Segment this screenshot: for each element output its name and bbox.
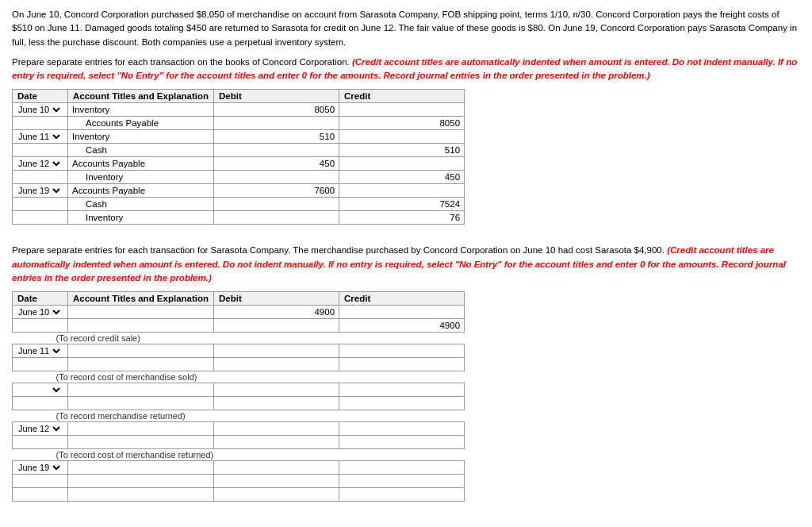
- date-select[interactable]: June 12June 10June 11June 19: [15, 158, 63, 169]
- debit-cell[interactable]: [214, 358, 339, 371]
- account-cell[interactable]: [68, 436, 214, 449]
- date-cell[interactable]: June 11June 10June 12June 19: [13, 130, 68, 144]
- credit-input[interactable]: [342, 171, 462, 183]
- credit-input[interactable]: [342, 158, 462, 169]
- account-input[interactable]: [71, 437, 211, 448]
- account-cell-indent[interactable]: [68, 211, 214, 225]
- debit-input[interactable]: [216, 306, 336, 317]
- date-select[interactable]: June 10June 11June 12June 19: [15, 384, 63, 395]
- credit-input[interactable]: [342, 489, 462, 500]
- date-select[interactable]: June 19June 10June 11June 12: [15, 462, 63, 473]
- debit-cell[interactable]: [214, 488, 339, 502]
- account-input[interactable]: [71, 320, 211, 331]
- debit-input[interactable]: [216, 384, 336, 395]
- account-cell-indent[interactable]: [68, 144, 214, 157]
- date-cell[interactable]: June 12June 10June 11June 19: [13, 157, 68, 171]
- date-select[interactable]: June 19June 10June 11June 12: [15, 185, 63, 196]
- account-input[interactable]: [71, 104, 211, 115]
- account-cell[interactable]: [68, 319, 214, 333]
- credit-input[interactable]: [342, 144, 462, 156]
- credit-cell[interactable]: [339, 422, 465, 436]
- account-cell[interactable]: [68, 383, 214, 397]
- debit-cell[interactable]: [214, 319, 339, 333]
- debit-input[interactable]: [216, 398, 336, 409]
- account-cell-indent[interactable]: [68, 198, 214, 211]
- debit-cell[interactable]: [214, 157, 339, 171]
- debit-cell[interactable]: [214, 184, 339, 198]
- debit-cell[interactable]: [214, 306, 339, 319]
- account-input[interactable]: [71, 359, 211, 370]
- credit-input[interactable]: [342, 198, 462, 210]
- debit-input[interactable]: [216, 345, 336, 356]
- account-cell[interactable]: [68, 358, 214, 371]
- account-cell-indent[interactable]: [68, 117, 214, 130]
- credit-cell[interactable]: [339, 306, 465, 319]
- debit-input[interactable]: [216, 437, 336, 448]
- credit-cell[interactable]: [339, 461, 465, 475]
- debit-input[interactable]: [216, 185, 336, 196]
- account-input[interactable]: [71, 398, 211, 409]
- account-cell[interactable]: [68, 397, 214, 410]
- account-cell[interactable]: [68, 130, 214, 144]
- date-cell[interactable]: June 10June 11June 12June 19: [13, 103, 68, 117]
- date-cell[interactable]: June 10June 11June 12June 19: [13, 383, 68, 397]
- date-cell[interactable]: June 19June 10June 11June 12: [13, 461, 68, 475]
- debit-input[interactable]: [216, 144, 336, 156]
- date-select[interactable]: June 10June 11June 12June 19: [15, 104, 63, 115]
- credit-cell[interactable]: [339, 488, 465, 502]
- credit-input[interactable]: [342, 437, 462, 448]
- debit-input[interactable]: [216, 423, 336, 434]
- debit-input[interactable]: [216, 475, 336, 487]
- credit-cell[interactable]: [339, 184, 465, 198]
- debit-cell[interactable]: [214, 397, 339, 410]
- debit-input[interactable]: [216, 462, 336, 473]
- credit-cell[interactable]: [339, 358, 465, 371]
- date-select[interactable]: June 10June 11June 12June 19: [15, 306, 63, 317]
- debit-cell[interactable]: [214, 436, 339, 449]
- credit-cell[interactable]: [339, 171, 465, 184]
- debit-cell[interactable]: [214, 475, 339, 488]
- date-select[interactable]: June 12June 10June 11June 19: [15, 423, 63, 434]
- debit-input[interactable]: [216, 359, 336, 370]
- credit-input[interactable]: [342, 117, 462, 129]
- account-input[interactable]: [84, 212, 211, 223]
- date-select[interactable]: June 11June 10June 12June 19: [15, 131, 63, 142]
- debit-cell[interactable]: [214, 198, 339, 211]
- account-cell-indent[interactable]: [68, 171, 214, 184]
- credit-input[interactable]: [342, 212, 462, 223]
- account-input[interactable]: [84, 198, 211, 210]
- credit-input[interactable]: [342, 423, 462, 434]
- account-input[interactable]: [84, 144, 211, 156]
- account-cell[interactable]: [68, 461, 214, 475]
- account-input[interactable]: [71, 475, 211, 487]
- debit-input[interactable]: [216, 320, 336, 331]
- credit-cell[interactable]: [339, 475, 465, 488]
- debit-input[interactable]: [216, 489, 336, 500]
- credit-cell[interactable]: [339, 319, 465, 333]
- date-cell[interactable]: June 10June 11June 12June 19: [13, 306, 68, 319]
- account-cell[interactable]: [68, 157, 214, 171]
- credit-input[interactable]: [342, 320, 462, 331]
- debit-input[interactable]: [216, 198, 336, 210]
- account-input[interactable]: [71, 185, 211, 196]
- account-input[interactable]: [71, 462, 211, 473]
- account-input[interactable]: [71, 158, 211, 169]
- credit-input[interactable]: [342, 131, 462, 142]
- account-input[interactable]: [71, 489, 211, 500]
- date-cell[interactable]: June 19June 10June 11June 12: [13, 184, 68, 198]
- debit-cell[interactable]: [214, 171, 339, 184]
- account-cell[interactable]: [68, 344, 214, 358]
- debit-input[interactable]: [216, 131, 336, 142]
- account-input[interactable]: [71, 306, 211, 317]
- credit-input[interactable]: [342, 462, 462, 473]
- debit-cell[interactable]: [214, 144, 339, 157]
- credit-input[interactable]: [342, 384, 462, 395]
- credit-cell[interactable]: [339, 211, 465, 225]
- debit-input[interactable]: [216, 212, 336, 223]
- debit-input[interactable]: [216, 158, 336, 169]
- credit-input[interactable]: [342, 185, 462, 196]
- date-cell[interactable]: June 12June 10June 11June 19: [13, 422, 68, 436]
- debit-input[interactable]: [216, 104, 336, 115]
- credit-cell[interactable]: [339, 130, 465, 144]
- date-select[interactable]: June 11June 10June 12June 19: [15, 345, 63, 356]
